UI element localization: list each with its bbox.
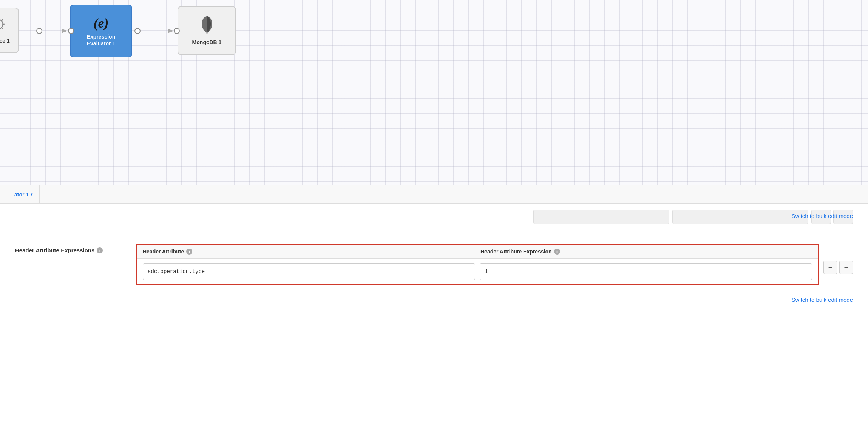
mongodb-node[interactable]: MongoDB 1 [178,6,236,55]
connector-service-out[interactable] [36,28,42,34]
col-header-attribute: Header Attribute i [143,249,474,255]
connector-expr-in[interactable] [68,28,74,34]
bottom-panel: ator 1 ▾ Switch to bulk edit mode Header… [0,185,868,448]
bulk-edit-top-link[interactable]: Switch to bulk edit mode [791,213,853,219]
remove-row-button[interactable]: − [823,261,837,274]
header-attr-section: Header Attribute Expressions i Header At… [15,229,853,285]
mongodb-node-icon [201,15,213,37]
table-body [137,259,818,284]
svg-line-13 [1,19,3,21]
connector-mongo-in[interactable] [174,28,180,34]
prev-field-2 [672,210,808,224]
row-actions: − + [823,244,853,274]
bulk-edit-bottom-link[interactable]: Switch to bulk edit mode [791,297,853,303]
mongodb-node-label: MongoDB 1 [192,39,222,46]
col-header-attribute-label: Header Attribute [143,249,184,255]
col-header-expression-label: Header Attribute Expression [480,249,552,255]
expression-node-icon: (e) [94,15,109,31]
expression-node-label: Expression Evaluator 1 [87,33,115,47]
panel-content: Switch to bulk edit mode Header Attribut… [0,204,868,448]
panel-tab-bar: ator 1 ▾ [0,185,868,204]
service-node[interactable]: Service 1 [0,8,19,53]
prev-field-1 [533,210,669,224]
header-attribute-input[interactable] [143,263,475,280]
svg-line-12 [1,27,3,29]
section-label: Header Attribute Expressions i [15,244,136,253]
connector-expr-out[interactable] [134,28,141,34]
expression-node[interactable]: (e) Expression Evaluator 1 [70,5,132,57]
add-row-button[interactable]: + [839,261,853,274]
header-attr-table: Header Attribute i Header Attribute Expr… [136,244,819,285]
table-header-row: Header Attribute i Header Attribute Expr… [137,245,818,259]
panel-tab-evaluator[interactable]: ator 1 ▾ [8,185,40,204]
top-bar-row [15,204,853,224]
panel-tab-label: ator 1 [14,192,29,198]
previous-fields-row [533,210,808,224]
col-expression-info-icon[interactable]: i [554,249,560,255]
service-node-label: Service 1 [0,37,10,44]
section-label-text: Header Attribute Expressions [15,247,94,253]
pipeline-canvas: Service 1 (e) Expression Evaluator 1 Mon… [0,0,868,185]
header-attr-info-icon[interactable]: i [97,247,103,253]
header-expression-input[interactable] [480,263,812,280]
chevron-down-icon[interactable]: ▾ [31,192,32,196]
service-node-icon [0,16,6,35]
col-attribute-info-icon[interactable]: i [186,249,192,255]
col-header-expression: Header Attribute Expression i [480,249,812,255]
